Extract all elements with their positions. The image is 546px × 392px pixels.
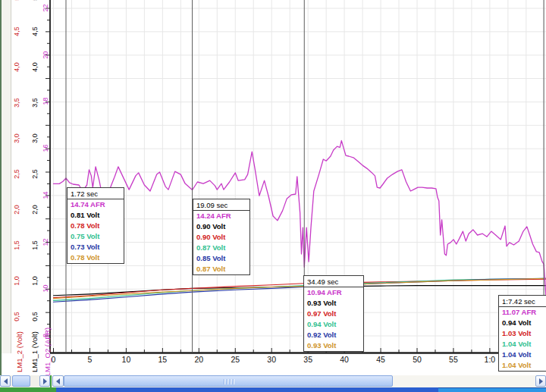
x-axis-tick-label: 10	[115, 355, 137, 364]
tooltip-reading: 0.75 Volt	[67, 231, 124, 242]
y-axis-tick-label: 18	[42, 89, 50, 114]
tooltip-reading: 1.04 Volt	[499, 339, 546, 350]
taskbar-strip[interactable]	[0, 387, 546, 392]
tooltip-reading: 0.73 Volt	[67, 242, 124, 252]
axes-scrollbar-left-button[interactable]	[0, 375, 11, 387]
series-lm1_o2	[54, 140, 546, 296]
x-axis-tick-label: 5	[78, 355, 101, 364]
tooltip-reading: 0.93 Volt	[304, 340, 363, 351]
tooltip-reading: 1.04 Volt	[499, 350, 546, 360]
tooltip-reading: 0.93 Volt	[304, 298, 363, 309]
y-axis-name-label: LM1_O2 (AFR)	[43, 320, 52, 384]
x-axis-tick-label: 35	[297, 355, 319, 364]
taskbar-start-segment[interactable]	[0, 387, 56, 392]
chart-scrollbar-track[interactable]	[393, 375, 535, 387]
y-axis-tick-label: 4,0	[13, 55, 21, 80]
x-axis-tick-label: 20	[187, 355, 210, 364]
scrollbar-grip-icon	[233, 379, 234, 384]
chart-scrollbar-right-button[interactable]	[535, 375, 546, 387]
tooltip-reading: 11.07 AFR	[499, 307, 546, 318]
tooltip-reading: 0.90 Volt	[193, 232, 249, 243]
cursor-tooltip: 34.49 sec10.94 AFR0.93 Volt0.97 Volt0.94…	[303, 275, 364, 352]
y-axis-name-label: LM1_1 (Volt)	[30, 320, 39, 384]
y-axis-tick-label: 22	[42, 0, 50, 21]
y-axis-tick-label: 2,5	[13, 162, 21, 187]
y-axis-tick-label: 2,0	[13, 197, 21, 223]
scrollbar-grip-icon	[224, 379, 225, 384]
y-axis-tick-label: 2,5	[31, 162, 39, 187]
y-axis-tick-label: 5,0	[13, 0, 21, 9]
tooltip-time: 1.72 sec	[67, 188, 124, 199]
tooltip-reading: 0.90 Volt	[193, 221, 249, 232]
left-arrow-icon	[4, 378, 8, 384]
cursor-tooltip: 1:7.42 sec11.07 AFR0.94 Volt1.03 Volt1.0…	[498, 295, 546, 372]
y-axis-tick-label: 14	[42, 182, 50, 208]
y-axis-tick-label: 2,0	[31, 197, 39, 223]
tooltip-reading: 0.92 Volt	[304, 330, 363, 340]
scrollbar-grip-icon	[227, 379, 228, 384]
left-arrow-icon	[56, 378, 60, 384]
y-axis-tick-label: 1,5	[31, 233, 39, 259]
tooltip-reading: 0.94 Volt	[499, 318, 546, 328]
x-axis-tick-label: 25	[224, 355, 246, 364]
y-axis-tick-label: 3,5	[31, 90, 39, 116]
axes-scrollbar-right-button[interactable]	[39, 375, 50, 387]
tooltip-reading: 14.24 AFR	[193, 211, 249, 221]
tooltip-reading: 0.78 Volt	[67, 252, 124, 263]
chart-scrollbar-left-button[interactable]	[52, 375, 64, 387]
tooltip-time: 1:7.42 sec	[499, 296, 546, 307]
x-axis-tick-label: 50	[406, 355, 428, 364]
x-axis-tick-label: 40	[333, 355, 356, 364]
offscreen-y-axis-sliver: 0,51,01,52,02,53,03,54,04,55,0	[2, 0, 11, 353]
y-axis-tick-label: 1,0	[13, 268, 21, 294]
tooltip-reading: 1.03 Volt	[499, 328, 546, 339]
tooltip-reading: 0.81 Volt	[67, 210, 124, 221]
tooltip-reading: 10.94 AFR	[304, 287, 363, 298]
scrollbar-grip-icon	[230, 379, 231, 384]
y-axis-tick-label: 3,0	[31, 126, 39, 152]
y-axis-tick-label: 12	[42, 229, 50, 255]
x-axis-tick-label: 55	[442, 355, 465, 364]
tooltip-reading: 0.85 Volt	[193, 253, 249, 264]
y-axis-tick-label: 4,5	[13, 19, 21, 45]
y-axis-tick-label: 1,0	[31, 268, 39, 294]
scrollbar-row	[0, 375, 546, 387]
axes-scrollbar-thumb[interactable]	[12, 375, 30, 387]
right-arrow-icon	[43, 378, 47, 384]
x-axis-tick-label: 30	[260, 355, 283, 364]
tooltip-reading: 14.74 AFR	[67, 199, 124, 210]
y-axis-tick-label: 4,0	[31, 55, 39, 80]
tooltip-reading: 0.94 Volt	[304, 319, 363, 330]
tooltip-reading: 0.97 Volt	[304, 309, 363, 319]
cursor-tooltip: 1.72 sec14.74 AFR0.81 Volt0.78 Volt0.75 …	[67, 187, 124, 264]
y-axis-tick-label: 10	[42, 276, 50, 302]
tooltip-reading: 0.87 Volt	[193, 243, 249, 253]
x-axis-tick-label: 0	[42, 355, 65, 364]
y-axis-name-label: LM1_2 (Volt)	[15, 320, 24, 384]
y-axis-tick-label: 16	[42, 136, 50, 162]
tooltip-time: 19.09 sec	[193, 199, 249, 211]
taskbar-active-segment[interactable]	[438, 387, 546, 392]
tooltip-reading: 1.04 Volt	[499, 360, 546, 371]
x-axis-tick-label: 15	[151, 355, 174, 364]
chart-scrollbar-thumb[interactable]	[64, 375, 393, 387]
x-axis-tick-label: 45	[369, 355, 392, 364]
tooltip-time: 34.49 sec	[304, 276, 363, 287]
y-axis-tick-label: 3,0	[13, 126, 21, 152]
logworks-window: 0,51,01,52,02,53,03,54,04,55,0 0,51,01,5…	[0, 0, 546, 392]
y-axis-tick-label: 20	[42, 42, 50, 67]
cursor-tooltip: 19.09 sec14.24 AFR0.90 Volt0.90 Volt0.87…	[193, 199, 250, 275]
y-axis-tick-label: 1,5	[13, 233, 21, 259]
tooltip-reading: 0.87 Volt	[193, 264, 249, 274]
y-axis-tick-label: 3,5	[13, 90, 21, 116]
tooltip-reading: 0.78 Volt	[67, 221, 124, 231]
y-axis-tick-label: 4,5	[31, 19, 39, 45]
y-axis-tick-label: 5,0	[31, 0, 39, 9]
right-arrow-icon	[539, 378, 543, 384]
